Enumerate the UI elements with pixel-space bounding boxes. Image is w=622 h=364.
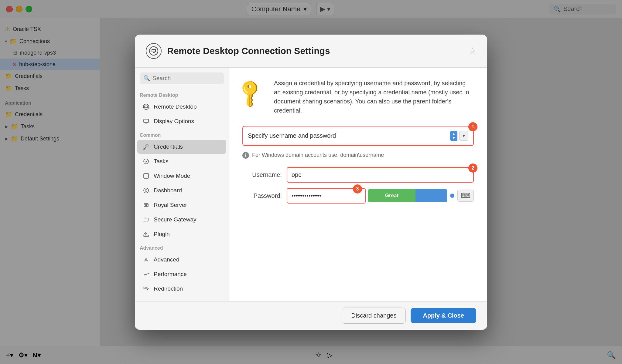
step-badge-3: 3 <box>353 184 362 194</box>
nav-redirection-label: Redirection <box>154 285 183 292</box>
info-icon: i <box>242 152 249 159</box>
secure-gateway-nav-icon <box>142 216 150 224</box>
modal-body: 🔍 Remote Desktop Remote Desktop <box>135 68 487 301</box>
nav-tasks-label: Tasks <box>154 158 169 165</box>
svg-rect-5 <box>144 174 149 178</box>
arrow-down-icon: ▼ <box>452 136 456 140</box>
password-field-row: Password: Great ⌨ 3 <box>242 188 474 204</box>
rdp-icon <box>146 43 162 59</box>
nav-item-tasks[interactable]: Tasks <box>137 154 226 168</box>
nav-window-mode-label: Window Mode <box>154 173 190 179</box>
username-input[interactable] <box>287 167 474 183</box>
credential-type-row: Specify username and password ▲ ▼ ▾ 1 <box>242 126 474 146</box>
svg-rect-8 <box>144 204 148 207</box>
app-background: Computer Name ▾ ▶ ▾ 🔍 Search ⚠ Oracle TS… <box>0 0 622 364</box>
nav-secure-gateway-label: Secure Gateway <box>154 216 196 223</box>
nav-royal-server-label: Royal Server <box>154 202 187 208</box>
description-text: Assign a credential by specifying userna… <box>274 79 474 115</box>
svg-point-6 <box>144 188 149 193</box>
nav-display-options-label: Display Options <box>154 118 194 125</box>
password-strength-bar: Great <box>368 189 447 202</box>
performance-nav-icon <box>142 270 150 278</box>
modal-sidebar: 🔍 Remote Desktop Remote Desktop <box>135 68 229 301</box>
search-icon: 🔍 <box>143 75 150 82</box>
svg-point-1 <box>143 104 149 110</box>
nav-item-display-options[interactable]: Display Options <box>137 114 226 128</box>
modal-header: Remote Desktop Connection Settings ☆ <box>135 35 487 68</box>
redirection-nav-icon <box>142 285 150 293</box>
credentials-nav-icon <box>142 143 150 151</box>
nav-dashboard-label: Dashboard <box>154 187 182 194</box>
nav-performance-label: Performance <box>154 271 187 278</box>
display-options-nav-icon <box>142 117 150 125</box>
username-field-row: Username: 2 <box>242 167 474 183</box>
nav-item-plugin[interactable]: Plugin <box>137 227 226 241</box>
info-row: i For Windows domain accounts use: domai… <box>242 152 474 159</box>
nav-item-redirection[interactable]: Redirection <box>137 282 226 296</box>
nav-plugin-label: Plugin <box>154 231 170 238</box>
nav-item-secure-gateway[interactable]: Secure Gateway <box>137 213 226 227</box>
strength-remainder <box>415 189 447 202</box>
settings-modal: Remote Desktop Connection Settings ☆ 🔍 R… <box>135 35 487 330</box>
nav-item-window-mode[interactable]: Window Mode <box>137 169 226 183</box>
nav-item-dashboard[interactable]: Dashboard <box>137 184 226 197</box>
window-mode-nav-icon <box>142 172 150 180</box>
discard-changes-button[interactable]: Discard changes <box>342 308 406 324</box>
dashboard-nav-icon <box>142 187 150 194</box>
remote-desktop-section-header: Remote Desktop <box>135 89 229 99</box>
nav-item-advanced[interactable]: Advanced <box>137 253 226 267</box>
nav-remote-desktop-label: Remote Desktop <box>154 103 197 110</box>
modal-title: Remote Desktop Connection Settings <box>167 46 463 56</box>
stepper-arrows[interactable]: ▲ ▼ <box>450 131 457 141</box>
svg-point-4 <box>144 159 149 164</box>
password-label: Password: <box>242 192 282 199</box>
favorite-star-icon[interactable]: ☆ <box>469 46 476 56</box>
username-label: Username: <box>242 171 282 178</box>
svg-point-0 <box>149 47 158 55</box>
common-section-header: Common <box>135 129 229 139</box>
password-dot-indicator <box>449 193 455 198</box>
dropdown-chevron-icon[interactable]: ▾ <box>459 131 468 141</box>
nav-item-remote-desktop[interactable]: Remote Desktop <box>137 100 226 114</box>
keyboard-icon[interactable]: ⌨ <box>457 190 474 202</box>
credential-type-value: Specify username and password <box>248 132 448 139</box>
apply-close-button[interactable]: Apply & Close <box>411 308 476 323</box>
svg-rect-10 <box>144 218 148 221</box>
remote-desktop-nav-icon <box>142 103 150 111</box>
royal-server-nav-icon <box>142 201 150 209</box>
advanced-nav-icon <box>142 256 150 264</box>
arrow-up-icon: ▲ <box>452 132 456 136</box>
step-badge-2: 2 <box>468 163 477 173</box>
svg-point-9 <box>145 204 147 206</box>
info-text: For Windows domain accounts use: domain\… <box>252 152 384 158</box>
plugin-nav-icon <box>142 230 150 238</box>
modal-footer: Discard changes Apply & Close <box>135 301 487 330</box>
modal-search-input[interactable] <box>152 75 220 82</box>
tasks-nav-icon <box>142 157 150 165</box>
svg-point-3 <box>147 145 148 146</box>
modal-search-container[interactable]: 🔍 <box>140 72 224 84</box>
credential-type-dropdown[interactable]: Specify username and password ▲ ▼ ▾ <box>242 126 474 146</box>
modal-main-content: 🔑 Assign a credential by specifying user… <box>229 68 487 301</box>
strength-label: Great <box>385 193 398 199</box>
content-description: 🔑 Assign a credential by specifying user… <box>242 79 474 115</box>
nav-item-royal-server[interactable]: Royal Server <box>137 198 226 212</box>
nav-credentials-label: Credentials <box>154 143 183 150</box>
nav-advanced-label: Advanced <box>154 256 179 263</box>
modal-overlay: Remote Desktop Connection Settings ☆ 🔍 R… <box>0 0 622 364</box>
key-icon-container: 🔑 <box>234 76 276 118</box>
svg-rect-11 <box>144 235 149 237</box>
nav-item-credentials[interactable]: Credentials <box>137 140 226 154</box>
svg-rect-2 <box>144 119 149 123</box>
svg-point-7 <box>145 190 147 191</box>
strength-fill: Great <box>368 189 415 202</box>
step-badge-1: 1 <box>468 122 477 131</box>
advanced-section-header: Advanced <box>135 242 229 252</box>
nav-item-performance[interactable]: Performance <box>137 267 226 281</box>
